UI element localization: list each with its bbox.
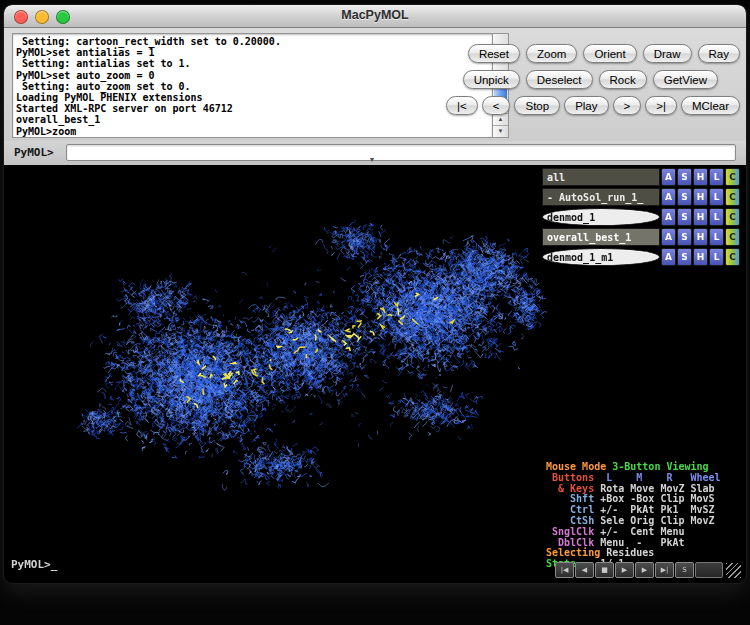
object-h-menu-button[interactable]: H	[693, 228, 708, 246]
deselect-button[interactable]: Deselect	[526, 70, 593, 89]
object-c-menu-button[interactable]: C	[725, 168, 740, 186]
object-l-menu-button[interactable]: L	[709, 168, 724, 186]
mouse-panel-line[interactable]: Selecting Residues	[546, 547, 738, 558]
movie-buttons: |◀◀■▶▶▶|S	[555, 562, 694, 578]
object-s-menu-button[interactable]: S	[677, 248, 692, 266]
object-c-menu-button[interactable]: C	[725, 228, 740, 246]
object-row: allASHLC	[542, 168, 740, 186]
movie-next-button[interactable]: >	[613, 96, 642, 115]
movie-step-back-button[interactable]: ◀	[575, 562, 594, 578]
command-prompt-label: PyMOL>	[14, 146, 54, 159]
object-h-menu-button[interactable]: H	[693, 168, 708, 186]
mouse-panel-line[interactable]: Mouse Mode 3-Button Viewing	[546, 461, 738, 472]
toolbar-row-1: ResetZoomOrientDrawRay	[468, 44, 740, 63]
movie-play-button[interactable]: ▶	[615, 562, 634, 578]
splitter-handle[interactable]: ▾	[370, 155, 374, 165]
object-a-menu-button[interactable]: A	[661, 188, 676, 206]
object-panel: allASHLC- AutoSol_run_1_ASHLCdenmod_1ASH…	[542, 168, 740, 268]
scroll-down-arrow-icon[interactable]: ▼	[493, 125, 508, 137]
object-row: denmod_1_m1ASHLC	[542, 248, 740, 266]
object-row: - AutoSol_run_1_ASHLC	[542, 188, 740, 206]
object-a-menu-button[interactable]: A	[661, 208, 676, 226]
object-l-menu-button[interactable]: L	[709, 188, 724, 206]
mouse-panel[interactable]: Mouse Mode 3-Button Viewing Buttons L M …	[546, 461, 738, 569]
command-input[interactable]	[66, 144, 736, 161]
movie-last-button[interactable]: >|	[645, 96, 677, 115]
object-row: denmod_1ASHLC	[542, 208, 740, 226]
movie-frame-indicator[interactable]	[695, 562, 723, 578]
object-c-menu-button[interactable]: C	[725, 188, 740, 206]
mouse-panel-line[interactable]: DblClk Menu - PkAt	[546, 537, 738, 548]
console-log[interactable]: Setting: cartoon_rect_width set to 0.200…	[12, 33, 493, 138]
mouse-panel-line[interactable]: Shft +Box -Box Clip MovS	[546, 493, 738, 504]
mouse-panel-line[interactable]: CtSh Sele Orig Clip MovZ	[546, 515, 738, 526]
object-h-menu-button[interactable]: H	[693, 188, 708, 206]
movie-end-button[interactable]: ▶|	[655, 562, 674, 578]
object-s-menu-button[interactable]: S	[677, 228, 692, 246]
movie-s-toggle-button[interactable]: S	[675, 562, 694, 578]
window-title: MacPyMOL	[4, 8, 746, 22]
object-h-menu-button[interactable]: H	[693, 208, 708, 226]
mclear-button[interactable]: MClear	[681, 96, 740, 115]
object-s-menu-button[interactable]: S	[677, 188, 692, 206]
object-row: overall_best_1ASHLC	[542, 228, 740, 246]
resize-grip-icon[interactable]	[726, 563, 741, 578]
object-a-menu-button[interactable]: A	[661, 228, 676, 246]
movie-prev-button[interactable]: <	[482, 96, 511, 115]
object-s-menu-button[interactable]: S	[677, 168, 692, 186]
movie-step-forward-button[interactable]: ▶	[635, 562, 654, 578]
object-l-menu-button[interactable]: L	[709, 228, 724, 246]
object-name-button[interactable]: denmod_1_m1	[542, 248, 660, 266]
mouse-panel-line[interactable]: SnglClk +/- Cent Menu	[546, 526, 738, 537]
object-c-menu-button[interactable]: C	[725, 248, 740, 266]
ray-button[interactable]: Ray	[698, 44, 740, 63]
scrollbar-arrows: ▲ ▼	[493, 113, 508, 137]
command-row: PyMOL>	[4, 141, 746, 165]
movie-rewind-button[interactable]: |◀	[555, 562, 574, 578]
object-name-button[interactable]: all	[542, 168, 660, 186]
object-a-menu-button[interactable]: A	[661, 168, 676, 186]
electron-density-mesh[interactable]	[6, 165, 558, 569]
title-bar[interactable]: MacPyMOL	[4, 5, 746, 28]
object-c-menu-button[interactable]: C	[725, 208, 740, 226]
movie-control-bar: |◀◀■▶▶▶|S	[555, 562, 741, 578]
get-view-button[interactable]: GetView	[653, 70, 718, 89]
object-a-menu-button[interactable]: A	[661, 248, 676, 266]
movie-first-button[interactable]: |<	[446, 96, 478, 115]
unpick-button[interactable]: Unpick	[463, 70, 520, 89]
movie-play-button[interactable]: Play	[564, 96, 608, 115]
object-name-button[interactable]: - AutoSol_run_1_	[542, 188, 660, 206]
toolbar-row-3: |<<StopPlay>>|MClear	[446, 96, 740, 115]
zoom-button[interactable]: Zoom	[526, 44, 577, 63]
object-name-button[interactable]: denmod_1	[542, 208, 660, 226]
mouse-panel-line[interactable]: Ctrl +/- PkAt Pk1 MvSZ	[546, 504, 738, 515]
toolbar-row-2: UnpickDeselectRockGetView	[463, 70, 718, 89]
draw-button[interactable]: Draw	[643, 44, 692, 63]
object-l-menu-button[interactable]: L	[709, 208, 724, 226]
viewport-prompt: PyMOL>_	[11, 558, 57, 571]
mouse-panel-line[interactable]: Buttons L M R Wheel	[546, 472, 738, 483]
movie-stop-button[interactable]: ■	[595, 562, 614, 578]
object-h-menu-button[interactable]: H	[693, 248, 708, 266]
reset-button[interactable]: Reset	[468, 44, 520, 63]
macpymol-window: MacPyMOL Setting: cartoon_rect_width set…	[4, 5, 746, 583]
rock-button[interactable]: Rock	[599, 70, 647, 89]
object-s-menu-button[interactable]: S	[677, 208, 692, 226]
object-name-button[interactable]: overall_best_1	[542, 228, 660, 246]
mouse-panel-line[interactable]: & Keys Rota Move MovZ Slab	[546, 483, 738, 494]
movie-stop-button[interactable]: Stop	[514, 96, 560, 115]
orient-button[interactable]: Orient	[583, 44, 636, 63]
3d-viewport[interactable]: PyMOL>_ allASHLC- AutoSol_run_1_ASHLCden…	[6, 165, 744, 581]
object-l-menu-button[interactable]: L	[709, 248, 724, 266]
